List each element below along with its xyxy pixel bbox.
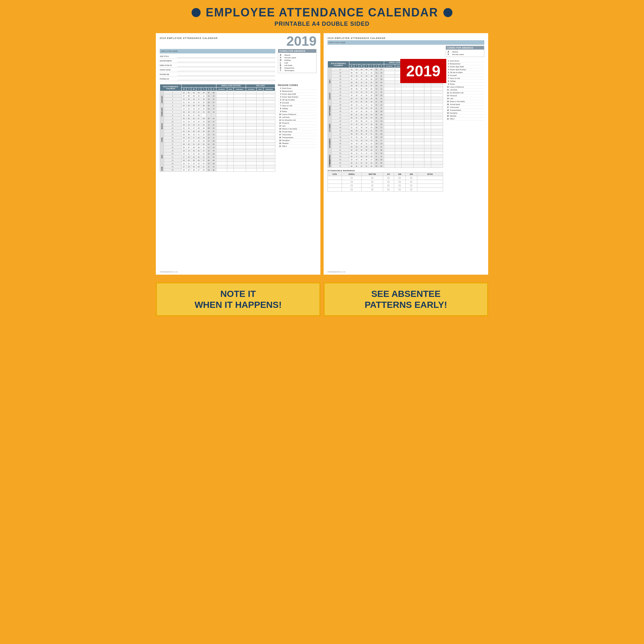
leave-cell[interactable] (216, 159, 227, 162)
leave-cell[interactable] (257, 156, 263, 159)
leave-cell[interactable] (227, 149, 234, 152)
day-cell[interactable]: 23 (206, 110, 211, 114)
leave-cell[interactable] (395, 113, 402, 116)
day-cell[interactable]: 20 (374, 74, 379, 78)
day-cell[interactable]: 01 (364, 81, 369, 84)
day-cell[interactable]: 21 (359, 94, 364, 97)
leave-cell[interactable] (263, 104, 275, 107)
day-cell[interactable]: 04 (369, 113, 374, 116)
day-cell[interactable]: 05 (201, 130, 206, 133)
day-cell[interactable]: 24 (191, 139, 196, 143)
leave-cell[interactable] (384, 107, 395, 110)
day-cell[interactable]: 18 (186, 165, 191, 168)
leave-cell[interactable] (257, 110, 263, 114)
day-cell[interactable]: 02 (186, 130, 191, 133)
leave-cell[interactable] (216, 123, 227, 127)
leave-cell[interactable] (395, 103, 402, 107)
leave-cell[interactable] (384, 68, 395, 71)
day-cell[interactable]: 31 (201, 156, 206, 159)
leave-cell[interactable] (246, 94, 257, 98)
day-cell[interactable]: 07 (196, 104, 201, 107)
leave-cell[interactable] (402, 113, 413, 116)
leave-cell[interactable] (257, 162, 263, 165)
leave-cell[interactable] (234, 152, 246, 156)
day-cell[interactable]: 03 (369, 161, 374, 165)
leave-cell[interactable] (402, 165, 413, 168)
day-cell[interactable]: 29 (191, 156, 196, 159)
day-cell[interactable]: 11 (196, 133, 201, 136)
leave-cell[interactable] (402, 90, 413, 94)
leave-cell[interactable] (246, 127, 257, 130)
day-cell[interactable]: 25 (201, 101, 206, 104)
day-cell[interactable]: 05 (349, 87, 354, 90)
day-cell[interactable]: 23 (349, 158, 354, 161)
day-cell[interactable]: 25 (181, 114, 186, 117)
leave-cell[interactable] (431, 110, 443, 113)
leave-cell[interactable] (227, 162, 234, 165)
leave-cell[interactable] (257, 159, 263, 162)
leave-cell[interactable] (216, 94, 227, 98)
day-cell[interactable]: 27 (379, 126, 384, 129)
day-cell[interactable]: 12 (186, 120, 191, 123)
leave-cell[interactable] (395, 97, 402, 100)
leave-cell[interactable] (263, 120, 275, 123)
day-cell[interactable]: 29 (349, 81, 354, 84)
day-cell[interactable]: 02 (196, 143, 201, 146)
leave-cell[interactable] (246, 133, 257, 136)
leave-cell[interactable] (263, 127, 275, 130)
day-cell[interactable]: 02 (191, 91, 196, 94)
day-cell[interactable]: 04 (379, 81, 384, 84)
day-cell[interactable]: 30 (186, 143, 191, 146)
day-cell[interactable]: 03 (196, 91, 201, 94)
phone-h-value[interactable] (177, 78, 275, 80)
leave-cell[interactable] (431, 155, 443, 158)
leave-cell[interactable] (257, 152, 263, 156)
day-cell[interactable]: 05 (186, 117, 191, 120)
day-cell[interactable]: 15 (181, 136, 186, 139)
day-cell[interactable]: 08 (369, 136, 374, 139)
leave-cell[interactable] (234, 101, 246, 104)
day-cell[interactable]: 03 (181, 159, 186, 162)
day-cell[interactable]: 09 (349, 152, 354, 155)
day-cell[interactable]: 04 (379, 84, 384, 87)
leave-cell[interactable] (424, 103, 431, 107)
day-cell[interactable]: 10 (364, 119, 369, 123)
leave-cell[interactable] (384, 94, 395, 97)
leave-cell[interactable] (402, 142, 413, 145)
day-cell[interactable]: 18 (359, 155, 364, 158)
day-cell[interactable]: 07 (364, 136, 369, 139)
day-cell[interactable]: 27 (369, 110, 374, 113)
day-cell[interactable]: 26 (354, 145, 359, 148)
leave-cell[interactable] (424, 90, 431, 94)
day-cell[interactable]: 17 (374, 90, 379, 94)
leave-cell[interactable] (431, 103, 443, 107)
day-cell[interactable]: 19 (349, 94, 354, 97)
day-cell[interactable]: 13 (359, 139, 364, 142)
job-title-value[interactable] (177, 55, 275, 58)
day-cell[interactable]: 22 (379, 107, 384, 110)
day-cell[interactable]: 11 (186, 162, 191, 165)
leave-cell[interactable] (424, 100, 431, 103)
leave-cell[interactable] (395, 165, 402, 168)
day-cell[interactable]: 16 (206, 120, 211, 123)
leave-cell[interactable] (395, 107, 402, 110)
day-cell[interactable]: 01 (359, 161, 364, 165)
leave-cell[interactable] (402, 100, 413, 103)
day-cell[interactable]: 31 (374, 97, 379, 100)
leave-cell[interactable] (395, 100, 402, 103)
day-cell[interactable]: 04 (359, 100, 364, 103)
day-cell[interactable]: 06 (369, 148, 374, 152)
day-cell[interactable]: 08 (201, 117, 206, 120)
leave-cell[interactable] (431, 158, 443, 161)
day-cell[interactable]: 10 (211, 117, 216, 120)
leave-cell[interactable] (234, 162, 246, 165)
day-cell[interactable]: 13 (379, 119, 384, 123)
day-cell[interactable]: 30 (211, 168, 216, 172)
leave-cell[interactable] (216, 133, 227, 136)
warn-date-3[interactable] (328, 184, 342, 188)
leave-cell[interactable] (384, 103, 395, 107)
leave-cell[interactable] (234, 98, 246, 101)
day-cell[interactable]: 09 (359, 119, 364, 123)
leave-cell[interactable] (431, 119, 443, 123)
leave-cell[interactable] (413, 103, 424, 107)
